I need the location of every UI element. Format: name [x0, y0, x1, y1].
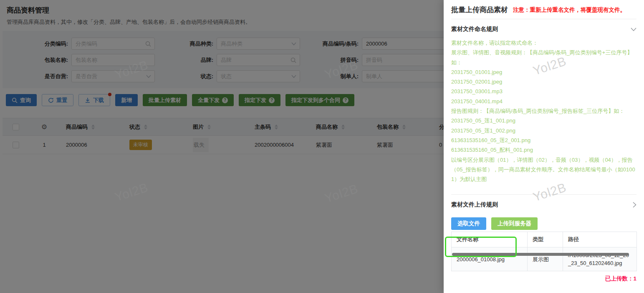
uploaded-count: 已上传数：1: [451, 275, 636, 283]
naming-rules-text: 素材文件名称，请以指定格式命名： 展示图、详情图、音视频规则：【商品编码/条码_…: [451, 38, 636, 184]
drawer-notice: 注意：重新上传重名文件，将覆盖现有文件。: [513, 6, 626, 14]
pick-files-button[interactable]: 选取文件: [451, 217, 486, 230]
file-table-header: 文件名称 类型 路径: [452, 232, 637, 247]
upload-rules-section-header[interactable]: 素材文件上传规则: [451, 195, 636, 211]
upload-to-server-button[interactable]: 上传到服务器: [491, 217, 538, 230]
file-name-column: 文件名称: [452, 232, 528, 247]
file-type-column: 类型: [528, 232, 563, 247]
file-table-row[interactable]: 2000006_01008.jpg 展示图 /A10006/2023_06_12…: [452, 247, 637, 271]
naming-rules-section-header[interactable]: 素材文件命名规则: [451, 19, 636, 36]
drawer-title: 批量上传商品素材: [451, 5, 508, 15]
batch-upload-drawer: 批量上传商品素材 注意：重新上传重名文件，将覆盖现有文件。 素材文件命名规则 素…: [444, 0, 644, 293]
file-path-column: 路径: [563, 232, 637, 247]
chevron-right-icon: [633, 202, 636, 208]
chevron-down-icon: [631, 28, 636, 31]
upload-buttons: 选取文件 上传到服务器: [451, 217, 636, 230]
file-name-cell: 2000006_01008.jpg: [452, 247, 528, 271]
file-type-cell: 展示图: [528, 247, 563, 271]
file-table: 文件名称 类型 路径 2000006_01008.jpg 展示图 /A10006…: [451, 232, 637, 271]
file-path-cell: /A10006/2023_06_12_20_23_50_61202460.jpg: [563, 247, 637, 271]
drawer-header: 批量上传商品素材 注意：重新上传重名文件，将覆盖现有文件。: [451, 0, 636, 19]
horizontal-scrollbar[interactable]: [452, 253, 629, 256]
